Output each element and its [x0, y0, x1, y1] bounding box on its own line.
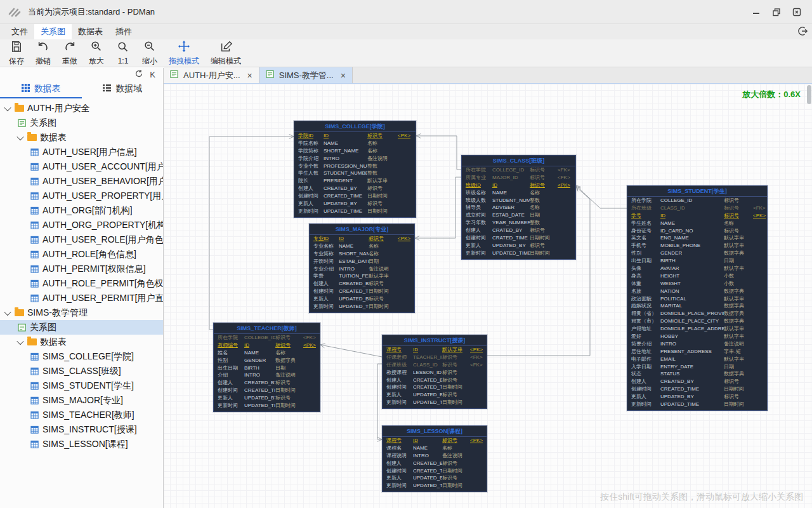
toolbar-move-button[interactable]: 拖拽模式 — [164, 40, 204, 67]
field-type: 数据字典 — [724, 250, 753, 257]
minimize-button[interactable] — [751, 7, 761, 17]
chevron-down-icon[interactable] — [16, 337, 23, 344]
exit-circle-arrow-icon[interactable] — [797, 25, 808, 39]
entity-SIMS_INSTRUCT[授课][interactable]: SIMS_INSTRUCT[授课]课程号ID默认字串<PK>任课老师TEACHE… — [382, 335, 487, 409]
toolbar-label: 缩小 — [142, 56, 157, 67]
tree-item-SIMS-教学管理[interactable]: SIMS-教学管理 — [0, 305, 163, 320]
field-cn-label: 创建时间 — [386, 467, 413, 475]
window-title: 当前为演示项目:standard - PDMan — [28, 6, 155, 18]
tree-item-SIMS_TEACHER[教师][interactable]: SIMS_TEACHER[教师] — [0, 408, 163, 422]
tree-item-数据表[interactable]: 数据表 — [0, 335, 163, 349]
sidebar-k-label: K — [150, 70, 155, 79]
tree-item-AUTH_USER_PERMIT[用户直接权限][interactable]: AUTH_USER_PERMIT[用户直接权限] — [0, 291, 163, 305]
menu-item-数据表[interactable]: 数据表 — [72, 24, 109, 39]
relation-diagram-canvas[interactable]: SIMS_COLLEGE[学院]学院IDID标识号<PK>学院名称NAME名称学… — [164, 84, 812, 508]
sidebar-tab-数据表[interactable]: 数据表 — [0, 81, 82, 98]
toolbar-edit-button[interactable]: 编辑模式 — [206, 40, 246, 67]
chevron-down-icon[interactable] — [4, 104, 11, 110]
toolbar-undo-button[interactable]: 撤销 — [30, 40, 56, 67]
tree-item-AUTH_USER_ROLE[用户角色][interactable]: AUTH_USER_ROLE[用户角色] — [0, 232, 163, 247]
tree-item-SIMS_MAJOR[专业][interactable]: SIMS_MAJOR[专业] — [0, 393, 163, 408]
field-type: 默认字串 — [369, 272, 398, 280]
entity-SIMS_MAJOR[专业][interactable]: SIMS_MAJOR[专业]专业IDID标识号<PK>专业名称NAME名称专业简… — [309, 224, 415, 313]
table-icon — [30, 148, 39, 157]
field-type: 默认字串 — [724, 333, 753, 340]
entity-field-row: 任课老师TEACHER_ID标识号<FK> — [383, 354, 487, 361]
entity-field-row: 创建时间CREATED_TIME日期时间 — [627, 385, 767, 393]
tree-item-AUTH_USER_PROPERTY[用户属性][interactable]: AUTH_USER_PROPERTY[用户属性] — [0, 189, 163, 203]
close-button[interactable] — [792, 7, 802, 17]
tree-item-AUTH_USER_ACCOUNT[用户账号][interactable]: AUTH_USER_ACCOUNT[用户账号] — [0, 159, 163, 174]
toolbar-zoom-out-button[interactable]: 缩小 — [137, 40, 162, 67]
entity-field-row: 学生人数STUDENT_NUMBER整数 — [294, 170, 416, 177]
tree-item-AUTH_USER_BEHAVIOR[用户行为][interactable]: AUTH_USER_BEHAVIOR[用户行为] — [0, 174, 163, 189]
tab-close-icon[interactable]: × — [247, 70, 252, 81]
menu-item-文件[interactable]: 文件 — [5, 24, 34, 39]
tree-item-SIMS_STUDENT[学生][interactable]: SIMS_STUDENT[学生] — [0, 378, 163, 393]
tree-item-AUTH_ROLE_PERMIT[角色权限][interactable]: AUTH_ROLE_PERMIT[角色权限] — [0, 276, 163, 291]
entity-field-row: 姓名NAME名称 — [214, 349, 320, 357]
document-tab-AUTH-用户安...[interactable]: AUTH-用户安...× — [164, 67, 259, 83]
field-type: 日期时间 — [530, 234, 558, 242]
refresh-icon[interactable] — [134, 69, 143, 80]
tree-item-SIMS_CLASS[班级][interactable]: SIMS_CLASS[班级] — [0, 364, 163, 378]
tree-item-AUTH-用户安全[interactable]: AUTH-用户安全 — [0, 101, 163, 116]
field-key-marker: <PK> — [558, 182, 575, 189]
toolbar-label: 1:1 — [118, 57, 129, 65]
field-cn-label: 籍贯（市） — [631, 318, 660, 325]
entity-field-row: 头像AVATAR默认字串 — [627, 265, 767, 272]
toolbar-zoom-in-button[interactable]: 放大 — [84, 40, 109, 67]
field-type: 标识号 — [530, 174, 558, 182]
toolbar-save-button[interactable]: 保存 — [4, 40, 29, 67]
tree-item-AUTH_ORG_PROPERTY[机构属性][interactable]: AUTH_ORG_PROPERTY[机构属性] — [0, 218, 163, 232]
tree-item-数据表[interactable]: 数据表 — [0, 130, 163, 145]
restore-button[interactable] — [771, 7, 782, 17]
entity-field-row: 院长PRESIDENT默认字串 — [294, 177, 416, 185]
table-icon — [30, 221, 39, 230]
entity-SIMS_COLLEGE[学院][interactable]: SIMS_COLLEGE[学院]学院IDID标识号<PK>学院名称NAME名称学… — [294, 121, 416, 218]
entity-SIMS_STUDENT[学生][interactable]: SIMS_STUDENT[学生]所在学院COLLEGE_ID标识号所在班级CLA… — [627, 185, 768, 411]
entity-field-row: 所在学院COLLEGE_ID标识号<FK> — [214, 334, 320, 342]
entity-field-row: 介绍INTRO备注说明 — [214, 371, 320, 379]
field-cn-label: 教师编号 — [218, 342, 244, 349]
menu-item-关系图[interactable]: 关系图 — [34, 24, 72, 39]
entity-title: SIMS_INSTRUCT[授课] — [383, 335, 487, 346]
tree-item-SIMS_INSTRUCT[授课][interactable]: SIMS_INSTRUCT[授课] — [0, 422, 163, 437]
tree-item-AUTH_USER[用户信息][interactable]: AUTH_USER[用户信息] — [0, 145, 163, 159]
zoom-reset-icon — [117, 41, 129, 56]
field-name: ID — [413, 346, 442, 354]
toolbar-zoom-reset-button[interactable]: 1:1 — [110, 41, 136, 65]
tree-item-关系图[interactable]: 关系图 — [0, 116, 163, 130]
tree-item-SIMS_LESSON[课程][interactable]: SIMS_LESSON[课程] — [0, 437, 163, 451]
menu-item-插件[interactable]: 插件 — [109, 24, 138, 39]
field-name: ESTAB_DATE — [492, 211, 530, 219]
toolbar-redo-button[interactable]: 重做 — [57, 40, 82, 67]
tree-item-label: AUTH_ORG_PROPERTY[机构属性] — [43, 220, 163, 231]
chevron-down-icon[interactable] — [4, 308, 11, 315]
field-cn-label: 所属专业 — [466, 174, 492, 182]
entity-field-row: 所在学院COLLEGE_ID标识号 — [627, 197, 767, 204]
field-type: 备注说明 — [367, 155, 398, 163]
tab-close-icon[interactable]: × — [341, 70, 346, 81]
tree-item-关系图[interactable]: 关系图 — [0, 320, 163, 335]
field-name: INTRO — [413, 452, 442, 460]
entity-field-row: 教授课程LESSON_ID标识号 — [383, 369, 487, 377]
document-tab-SIMS-教学管...[interactable]: SIMS-教学管...× — [259, 67, 353, 83]
tree-item-AUTH_PERMIT[权限信息][interactable]: AUTH_PERMIT[权限信息] — [0, 262, 163, 276]
entity-SIMS_CLASS[班级][interactable]: SIMS_CLASS[班级]所在学院COLLEGE_ID标识号<FK>所属专业M… — [461, 155, 576, 260]
field-type: 整数 — [530, 197, 558, 204]
field-key-marker: <PK> — [303, 342, 320, 349]
entity-SIMS_TEACHER[教师][interactable]: SIMS_TEACHER[教师]所在学院COLLEGE_ID标识号<FK>教师编… — [213, 323, 320, 412]
tree-item-AUTH_ROLE[角色信息][interactable]: AUTH_ROLE[角色信息] — [0, 247, 163, 262]
tree-item-AUTH_ORG[部门机构][interactable]: AUTH_ORG[部门机构] — [0, 203, 163, 218]
chevron-down-icon[interactable] — [16, 133, 23, 140]
entity-SIMS_LESSON[课程][interactable]: SIMS_LESSON[课程]课程号ID标识号<PK>课程名NAME名称课程说明… — [382, 425, 487, 492]
entity-field-row: 专业介绍INTRO备注说明 — [310, 265, 414, 273]
field-cn-label: 创建人 — [313, 280, 339, 288]
field-type: 日期时间 — [369, 288, 398, 295]
field-cn-label: 英文名 — [631, 234, 660, 242]
vertical-scrollbar-thumb[interactable] — [807, 85, 811, 104]
tree-item-SIMS_COLLEGE[学院][interactable]: SIMS_COLLEGE[学院] — [0, 349, 163, 364]
field-name: ID — [413, 437, 442, 444]
sidebar-tab-数据域[interactable]: 数据域 — [82, 81, 164, 98]
